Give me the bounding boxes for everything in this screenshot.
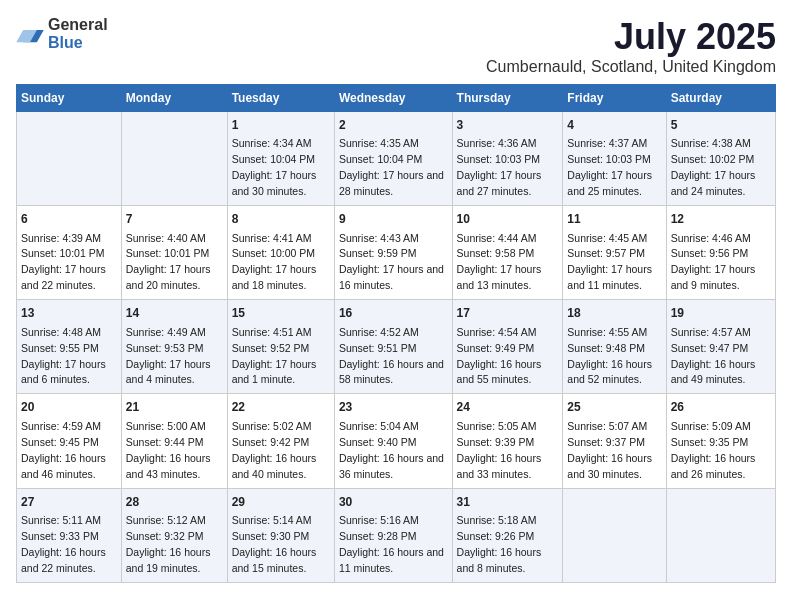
calendar-cell: 22Sunrise: 5:02 AM Sunset: 9:42 PM Dayli… bbox=[227, 394, 334, 488]
location-title: Cumbernauld, Scotland, United Kingdom bbox=[486, 58, 776, 76]
calendar-cell: 11Sunrise: 4:45 AM Sunset: 9:57 PM Dayli… bbox=[563, 206, 666, 300]
day-number: 8 bbox=[232, 211, 330, 228]
day-info: Sunrise: 4:48 AM Sunset: 9:55 PM Dayligh… bbox=[21, 326, 106, 386]
day-number: 23 bbox=[339, 399, 448, 416]
calendar-cell: 10Sunrise: 4:44 AM Sunset: 9:58 PM Dayli… bbox=[452, 206, 563, 300]
calendar-cell: 12Sunrise: 4:46 AM Sunset: 9:56 PM Dayli… bbox=[666, 206, 775, 300]
day-number: 11 bbox=[567, 211, 661, 228]
day-number: 10 bbox=[457, 211, 559, 228]
month-title: July 2025 bbox=[486, 16, 776, 58]
weekday-header: Saturday bbox=[666, 85, 775, 112]
calendar-week-row: 20Sunrise: 4:59 AM Sunset: 9:45 PM Dayli… bbox=[17, 394, 776, 488]
day-number: 28 bbox=[126, 494, 223, 511]
weekday-header: Tuesday bbox=[227, 85, 334, 112]
day-number: 6 bbox=[21, 211, 117, 228]
calendar-cell: 28Sunrise: 5:12 AM Sunset: 9:32 PM Dayli… bbox=[121, 488, 227, 582]
logo-icon bbox=[16, 23, 44, 45]
calendar-cell: 31Sunrise: 5:18 AM Sunset: 9:26 PM Dayli… bbox=[452, 488, 563, 582]
calendar-cell: 24Sunrise: 5:05 AM Sunset: 9:39 PM Dayli… bbox=[452, 394, 563, 488]
calendar-cell: 17Sunrise: 4:54 AM Sunset: 9:49 PM Dayli… bbox=[452, 300, 563, 394]
calendar-cell: 9Sunrise: 4:43 AM Sunset: 9:59 PM Daylig… bbox=[334, 206, 452, 300]
weekday-header: Monday bbox=[121, 85, 227, 112]
day-info: Sunrise: 4:35 AM Sunset: 10:04 PM Daylig… bbox=[339, 137, 444, 197]
calendar-cell bbox=[17, 112, 122, 206]
calendar-cell: 4Sunrise: 4:37 AM Sunset: 10:03 PM Dayli… bbox=[563, 112, 666, 206]
day-number: 4 bbox=[567, 117, 661, 134]
day-number: 24 bbox=[457, 399, 559, 416]
day-info: Sunrise: 5:07 AM Sunset: 9:37 PM Dayligh… bbox=[567, 420, 652, 480]
day-info: Sunrise: 5:05 AM Sunset: 9:39 PM Dayligh… bbox=[457, 420, 542, 480]
day-info: Sunrise: 4:46 AM Sunset: 9:56 PM Dayligh… bbox=[671, 232, 756, 292]
day-number: 15 bbox=[232, 305, 330, 322]
day-info: Sunrise: 4:41 AM Sunset: 10:00 PM Daylig… bbox=[232, 232, 317, 292]
calendar-week-row: 13Sunrise: 4:48 AM Sunset: 9:55 PM Dayli… bbox=[17, 300, 776, 394]
day-number: 20 bbox=[21, 399, 117, 416]
day-number: 9 bbox=[339, 211, 448, 228]
day-number: 17 bbox=[457, 305, 559, 322]
calendar-cell bbox=[121, 112, 227, 206]
day-number: 31 bbox=[457, 494, 559, 511]
day-info: Sunrise: 4:34 AM Sunset: 10:04 PM Daylig… bbox=[232, 137, 317, 197]
day-info: Sunrise: 5:12 AM Sunset: 9:32 PM Dayligh… bbox=[126, 514, 211, 574]
calendar-cell: 8Sunrise: 4:41 AM Sunset: 10:00 PM Dayli… bbox=[227, 206, 334, 300]
weekday-header: Wednesday bbox=[334, 85, 452, 112]
calendar-cell bbox=[666, 488, 775, 582]
day-info: Sunrise: 5:11 AM Sunset: 9:33 PM Dayligh… bbox=[21, 514, 106, 574]
day-info: Sunrise: 5:18 AM Sunset: 9:26 PM Dayligh… bbox=[457, 514, 542, 574]
day-info: Sunrise: 4:49 AM Sunset: 9:53 PM Dayligh… bbox=[126, 326, 211, 386]
calendar-cell: 21Sunrise: 5:00 AM Sunset: 9:44 PM Dayli… bbox=[121, 394, 227, 488]
calendar-cell: 6Sunrise: 4:39 AM Sunset: 10:01 PM Dayli… bbox=[17, 206, 122, 300]
calendar-cell: 7Sunrise: 4:40 AM Sunset: 10:01 PM Dayli… bbox=[121, 206, 227, 300]
calendar-header: SundayMondayTuesdayWednesdayThursdayFrid… bbox=[17, 85, 776, 112]
calendar-cell: 5Sunrise: 4:38 AM Sunset: 10:02 PM Dayli… bbox=[666, 112, 775, 206]
calendar-cell: 19Sunrise: 4:57 AM Sunset: 9:47 PM Dayli… bbox=[666, 300, 775, 394]
day-number: 18 bbox=[567, 305, 661, 322]
weekday-header: Friday bbox=[563, 85, 666, 112]
day-number: 1 bbox=[232, 117, 330, 134]
calendar-cell: 26Sunrise: 5:09 AM Sunset: 9:35 PM Dayli… bbox=[666, 394, 775, 488]
calendar-cell: 30Sunrise: 5:16 AM Sunset: 9:28 PM Dayli… bbox=[334, 488, 452, 582]
day-number: 30 bbox=[339, 494, 448, 511]
calendar-week-row: 6Sunrise: 4:39 AM Sunset: 10:01 PM Dayli… bbox=[17, 206, 776, 300]
calendar-cell: 14Sunrise: 4:49 AM Sunset: 9:53 PM Dayli… bbox=[121, 300, 227, 394]
day-info: Sunrise: 4:57 AM Sunset: 9:47 PM Dayligh… bbox=[671, 326, 756, 386]
day-info: Sunrise: 4:39 AM Sunset: 10:01 PM Daylig… bbox=[21, 232, 106, 292]
day-info: Sunrise: 5:09 AM Sunset: 9:35 PM Dayligh… bbox=[671, 420, 756, 480]
logo-blue: Blue bbox=[48, 34, 83, 51]
day-info: Sunrise: 5:04 AM Sunset: 9:40 PM Dayligh… bbox=[339, 420, 444, 480]
day-info: Sunrise: 4:55 AM Sunset: 9:48 PM Dayligh… bbox=[567, 326, 652, 386]
day-number: 5 bbox=[671, 117, 771, 134]
calendar-cell bbox=[563, 488, 666, 582]
day-number: 27 bbox=[21, 494, 117, 511]
calendar-cell: 16Sunrise: 4:52 AM Sunset: 9:51 PM Dayli… bbox=[334, 300, 452, 394]
day-info: Sunrise: 4:37 AM Sunset: 10:03 PM Daylig… bbox=[567, 137, 652, 197]
weekday-header: Sunday bbox=[17, 85, 122, 112]
day-info: Sunrise: 4:54 AM Sunset: 9:49 PM Dayligh… bbox=[457, 326, 542, 386]
calendar-cell: 20Sunrise: 4:59 AM Sunset: 9:45 PM Dayli… bbox=[17, 394, 122, 488]
calendar-cell: 1Sunrise: 4:34 AM Sunset: 10:04 PM Dayli… bbox=[227, 112, 334, 206]
calendar-week-row: 27Sunrise: 5:11 AM Sunset: 9:33 PM Dayli… bbox=[17, 488, 776, 582]
day-info: Sunrise: 4:52 AM Sunset: 9:51 PM Dayligh… bbox=[339, 326, 444, 386]
day-info: Sunrise: 4:40 AM Sunset: 10:01 PM Daylig… bbox=[126, 232, 211, 292]
day-number: 29 bbox=[232, 494, 330, 511]
calendar-cell: 13Sunrise: 4:48 AM Sunset: 9:55 PM Dayli… bbox=[17, 300, 122, 394]
day-number: 26 bbox=[671, 399, 771, 416]
day-info: Sunrise: 5:02 AM Sunset: 9:42 PM Dayligh… bbox=[232, 420, 317, 480]
weekday-header-row: SundayMondayTuesdayWednesdayThursdayFrid… bbox=[17, 85, 776, 112]
day-number: 19 bbox=[671, 305, 771, 322]
page-header: General Blue July 2025 Cumbernauld, Scot… bbox=[16, 16, 776, 76]
logo-general: General bbox=[48, 16, 108, 33]
day-info: Sunrise: 4:44 AM Sunset: 9:58 PM Dayligh… bbox=[457, 232, 542, 292]
day-number: 12 bbox=[671, 211, 771, 228]
day-number: 2 bbox=[339, 117, 448, 134]
day-info: Sunrise: 4:59 AM Sunset: 9:45 PM Dayligh… bbox=[21, 420, 106, 480]
calendar-cell: 18Sunrise: 4:55 AM Sunset: 9:48 PM Dayli… bbox=[563, 300, 666, 394]
calendar-body: 1Sunrise: 4:34 AM Sunset: 10:04 PM Dayli… bbox=[17, 112, 776, 583]
day-number: 22 bbox=[232, 399, 330, 416]
day-number: 7 bbox=[126, 211, 223, 228]
calendar-cell: 27Sunrise: 5:11 AM Sunset: 9:33 PM Dayli… bbox=[17, 488, 122, 582]
day-info: Sunrise: 5:14 AM Sunset: 9:30 PM Dayligh… bbox=[232, 514, 317, 574]
day-number: 13 bbox=[21, 305, 117, 322]
day-info: Sunrise: 4:51 AM Sunset: 9:52 PM Dayligh… bbox=[232, 326, 317, 386]
weekday-header: Thursday bbox=[452, 85, 563, 112]
